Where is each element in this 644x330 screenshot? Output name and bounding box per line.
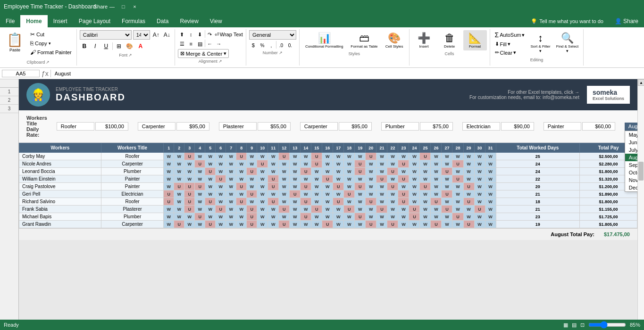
day-cell[interactable]: W [452,183,463,190]
day-cell[interactable]: W [216,213,226,221]
day-cell[interactable]: W [366,206,376,213]
day-cell[interactable]: W [322,206,333,213]
day-cell[interactable]: W [236,168,247,175]
fill-button[interactable]: ⬇ Fill ▾ [493,40,527,48]
day-cell[interactable]: W [226,153,236,160]
day-cell[interactable]: W [442,198,452,206]
day-cell[interactable]: W [344,198,355,206]
day-cell[interactable]: W [485,190,496,198]
day-cell[interactable]: U [164,198,174,206]
day-cell[interactable]: W [431,213,442,221]
day-cell[interactable]: U [452,160,463,168]
day-cell[interactable]: U [442,168,452,175]
day-cell[interactable]: W [174,206,184,213]
day-cell[interactable]: W [311,175,322,183]
fill-color-button[interactable]: 🎨 [125,41,134,51]
month-select-display[interactable]: August ▾ [625,123,637,131]
day-cell[interactable]: W [184,221,195,228]
day-cell[interactable]: U [311,206,322,213]
day-cell[interactable]: U [184,206,195,213]
day-cell[interactable]: W [268,221,279,228]
day-cell[interactable]: W [442,153,452,160]
day-cell[interactable]: W [333,206,344,213]
scroll-track[interactable] [638,86,644,330]
day-cell[interactable]: W [268,168,279,175]
decrease-indent-button[interactable]: ← [206,40,214,48]
day-cell[interactable]: W [398,206,409,213]
decrease-decimal-button[interactable]: 0. [286,41,294,50]
day-cell[interactable]: U [409,206,420,213]
alignment-expand-icon[interactable]: ↗ [218,59,222,64]
increase-font-button[interactable]: A↑ [151,30,161,40]
day-cell[interactable]: W [290,168,301,175]
day-cell[interactable]: W [409,175,420,183]
day-cell[interactable]: U [174,183,184,190]
day-cell[interactable]: W [420,213,431,221]
day-cell[interactable]: U [452,175,463,183]
day-cell[interactable]: W [474,175,485,183]
day-cell[interactable]: W [184,213,195,221]
align-middle-button[interactable]: ↕ [187,30,195,39]
month-option-october[interactable]: October [625,169,637,176]
day-cell[interactable]: W [216,190,226,198]
day-cell[interactable]: W [195,198,205,206]
day-cell[interactable]: U [431,221,442,228]
day-cell[interactable]: W [257,213,268,221]
day-cell[interactable]: W [485,198,496,206]
day-cell[interactable]: W [301,206,311,213]
clear-button[interactable]: ✏ Clear ▾ [493,49,527,57]
day-cell[interactable]: W [226,198,236,206]
day-cell[interactable]: W [463,206,474,213]
dashboard-container[interactable]: 👷 EMPLOYEE TIME TRACKER DASHBOARD For ot… [19,79,637,330]
font-size-select[interactable]: 14 [133,30,150,40]
day-cell[interactable]: W [376,221,387,228]
day-cell[interactable]: W [409,160,420,168]
insert-button[interactable]: ➕ Insert [412,30,436,50]
font-family-select[interactable]: Calibri [80,30,132,40]
border-button[interactable]: ⊞ [114,41,124,51]
month-option-may[interactable]: May [625,131,637,139]
day-cell[interactable]: W [409,198,420,206]
day-cell[interactable]: W [236,213,247,221]
formula-fx-icon[interactable]: ƒx [42,70,49,77]
day-cell[interactable]: U [355,213,366,221]
day-cell[interactable]: W [268,206,279,213]
day-cell[interactable]: W [216,198,226,206]
day-cell[interactable]: W [205,206,216,213]
day-cell[interactable]: W [333,221,344,228]
day-cell[interactable]: W [311,183,322,190]
vertical-scrollbar[interactable]: ▲ ▼ [637,79,644,330]
day-cell[interactable]: W [174,160,184,168]
day-cell[interactable]: U [344,190,355,198]
day-cell[interactable]: W [420,175,431,183]
day-cell[interactable]: W [301,160,311,168]
day-cell[interactable]: W [279,213,290,221]
day-cell[interactable]: U [257,160,268,168]
day-cell[interactable]: W [164,221,174,228]
day-cell[interactable]: U [247,168,257,175]
day-cell[interactable]: W [236,221,247,228]
day-cell[interactable]: W [463,190,474,198]
underline-button[interactable]: U [101,41,111,51]
help-text[interactable]: 💡 Tell me what you want to do [525,15,609,27]
cut-button[interactable]: ✂ Cut [28,30,74,39]
number-expand-icon[interactable]: ↗ [279,50,283,55]
day-cell[interactable]: W [174,213,184,221]
day-cell[interactable]: W [268,213,279,221]
day-cell[interactable]: W [257,206,268,213]
scroll-up-button[interactable]: ▲ [638,79,644,86]
day-cell[interactable]: W [485,160,496,168]
zoom-slider[interactable] [588,321,626,329]
day-cell[interactable]: W [398,153,409,160]
align-bottom-button[interactable]: ⬇ [196,30,204,39]
day-cell[interactable]: W [463,153,474,160]
day-cell[interactable]: W [376,168,387,175]
day-cell[interactable]: W [195,153,205,160]
day-cell[interactable]: W [164,206,174,213]
day-cell[interactable]: W [311,198,322,206]
maximize-button[interactable]: □ [118,2,128,11]
day-cell[interactable]: U [236,198,247,206]
day-cell[interactable]: U [366,221,376,228]
day-cell[interactable]: W [355,175,366,183]
day-cell[interactable]: W [268,153,279,160]
